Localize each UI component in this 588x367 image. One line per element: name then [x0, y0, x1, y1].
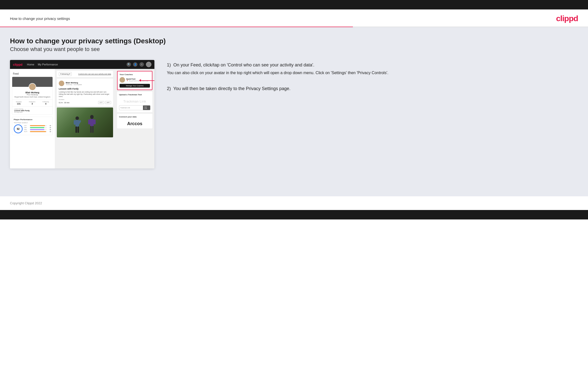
perf-bar-label: PUTT: [24, 131, 29, 132]
profile-card: Blair McHarg Plus Handicap Royal North D…: [12, 77, 53, 115]
perf-bar-value: 90: [48, 125, 51, 126]
app-navbar: clippd Home My Performance 🔍 👤 +: [10, 60, 154, 69]
svg-rect-2: [88, 119, 90, 124]
pin-icon: 📍: [126, 80, 129, 82]
perf-quality-label: Total Player Quality ℹ: [14, 122, 51, 123]
connect-card: Connect your data Arccos: [117, 114, 152, 128]
svg-rect-4: [90, 126, 92, 133]
trackman-input-row: Add Link: [119, 105, 150, 110]
perf-bar-row: OTT 90: [24, 125, 51, 126]
post-author-name: Blair McHarg: [66, 82, 82, 84]
clippd-logo: clippd: [556, 14, 578, 23]
instruction-block-2: 2) You will then be taken directly to th…: [167, 86, 578, 91]
latest-activity: Latest Activity Lesson with Fordy 03 Aug…: [12, 106, 53, 114]
svg-rect-5: [92, 126, 94, 133]
coach-info: David Ford 📍 Royal North Devon Golf Club: [126, 78, 148, 82]
stat-activities: Activities 131: [16, 101, 22, 105]
post-avatar: [59, 81, 64, 86]
coach-club: Royal North Devon Golf Club: [129, 80, 148, 82]
perf-bar-fill: [30, 125, 45, 126]
profile-avatar: [29, 83, 36, 91]
post-duration-label: Duration: [59, 99, 111, 100]
latest-name: Lesson with Fordy: [14, 110, 51, 111]
header: How to change your privacy settings clip…: [0, 9, 588, 27]
perf-bar-label: OTT: [24, 125, 29, 126]
perf-bar-fill: [30, 131, 46, 132]
connect-title: Connect your data: [119, 116, 150, 118]
app-mockup: clippd Home My Performance 🔍 👤 + Feed: [10, 60, 154, 168]
perf-bar-label: APP: [24, 127, 29, 128]
trackman-input[interactable]: [119, 106, 142, 109]
instructions: 1) On your Feed, click/tap on 'Control w…: [164, 60, 578, 101]
instruction-1-header: 1) On your Feed, click/tap on 'Control w…: [167, 62, 578, 68]
stat-following-value: 4: [43, 103, 49, 105]
post-title: Lesson with Fordy: [59, 88, 111, 90]
nav-myperformance[interactable]: My Performance: [38, 63, 58, 66]
app-sidebar: Feed Blair McHarg Plus Handicap Royal No…: [10, 69, 55, 168]
instruction-1-number: 1): [167, 62, 171, 67]
stat-followers: Followers 3: [29, 101, 35, 105]
app-feed: Following ▾ Control who can see your act…: [55, 69, 115, 168]
perf-row: 92 OTT 90 APP 85 ARG 86 PUTT: [14, 124, 51, 133]
perf-bar-fill: [30, 127, 44, 128]
plus-icon[interactable]: +: [139, 62, 144, 67]
svg-rect-1: [90, 119, 94, 126]
header-title: How to change your privacy settings: [10, 16, 70, 21]
post-header: Blair McHarg Yesterday · Sunningdale: [59, 81, 111, 86]
control-link[interactable]: Control who can see your activity and da…: [78, 73, 111, 75]
profile-bg: [12, 77, 53, 87]
app-body: Feed Blair McHarg Plus Handicap Royal No…: [10, 69, 154, 168]
following-button[interactable]: Following ▾: [59, 72, 72, 76]
feed-tab[interactable]: Feed: [10, 71, 55, 77]
arccos-brand: Arccos: [119, 119, 150, 126]
instruction-block-1: 1) On your Feed, click/tap on 'Control w…: [167, 62, 578, 76]
search-icon[interactable]: 🔍: [127, 62, 131, 67]
manage-coaches-button[interactable]: Manage Your Coaches: [120, 84, 150, 88]
avatar-inner: [29, 84, 36, 90]
perf-bar-track: [30, 131, 47, 132]
page-headline: How to change your privacy settings (Des…: [10, 37, 578, 45]
perf-bar-track: [30, 127, 47, 128]
perf-bars: OTT 90 APP 85 ARG 86 PUTT 9: [24, 125, 51, 133]
page-subheadline: Choose what you want people to see: [10, 46, 578, 52]
perf-bar-row: ARG 86: [24, 129, 51, 130]
perf-bar-row: PUTT 96: [24, 131, 51, 132]
badge-app: APP: [105, 101, 111, 104]
perf-bar-fill: [30, 129, 44, 130]
trackman-placeholder: Trackman Link: [119, 97, 150, 105]
bottom-bar: [0, 210, 588, 219]
perf-bar-track: [30, 125, 47, 126]
post-badges: OTT APP: [98, 101, 111, 104]
badge-ott: OTT: [98, 101, 104, 104]
instruction-2-header: 2) You will then be taken directly to th…: [167, 86, 578, 91]
post-duration-value: 01 hr : 30 min: [59, 102, 69, 104]
instruction-1-note: You can also click on your avatar in the…: [167, 70, 578, 76]
top-bar: [0, 0, 588, 9]
nav-home[interactable]: Home: [27, 63, 34, 66]
perf-bar-value: 96: [48, 131, 51, 132]
avatar-icon[interactable]: [146, 62, 151, 67]
instruction-2-number: 2): [167, 86, 171, 91]
coach-avatar: [120, 77, 125, 83]
coaches-title: Your Coaches: [120, 73, 150, 76]
stat-following: Following 4: [43, 101, 49, 105]
user-icon[interactable]: 👤: [133, 62, 137, 67]
perf-score: 92: [14, 124, 23, 133]
golfer2-svg: [72, 116, 83, 137]
post-author-info: Blair McHarg Yesterday · Sunningdale: [66, 82, 82, 85]
trackman-add-link-button[interactable]: Add Link: [143, 105, 150, 110]
trackman-title: Upload a Trackman Test: [119, 94, 150, 96]
post-meta: Yesterday · Sunningdale: [66, 84, 82, 85]
post-desc: Looking to feel like my hands are exitin…: [59, 91, 111, 98]
stat-followers-value: 3: [29, 103, 35, 105]
svg-point-6: [75, 116, 79, 120]
instruction-1-text: On your Feed, click/tap on 'Control who …: [173, 62, 314, 67]
content-row: clippd Home My Performance 🔍 👤 + Feed: [10, 60, 578, 168]
perf-bar-value: 86: [48, 129, 51, 130]
profile-stats: Activities 131 Followers 3 Following 4: [12, 99, 53, 106]
instruction-2-text: You will then be taken directly to the P…: [173, 86, 291, 91]
profile-handicap: Plus Handicap: [14, 94, 51, 96]
stat-activities-value: 131: [16, 103, 22, 105]
perf-bar-label: ARG: [24, 129, 29, 130]
nav-icons: 🔍 👤 +: [127, 62, 151, 67]
